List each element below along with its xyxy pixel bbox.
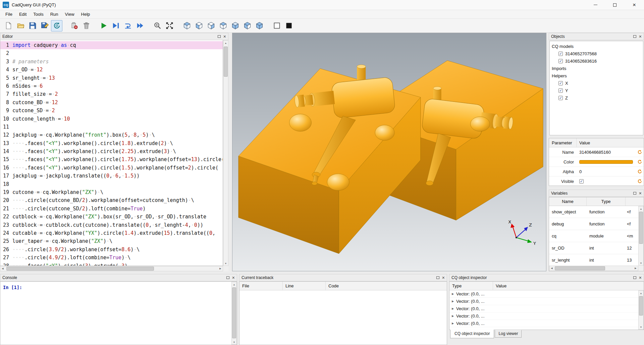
scrollbar-thumb[interactable] (639, 212, 643, 244)
checkbox[interactable]: ✓ (558, 81, 563, 85)
delete-button[interactable] (80, 20, 92, 31)
tab-log-viewer[interactable]: Log viewer (495, 330, 522, 338)
variable-row-sr-od[interactable]: sr_ODint12 (549, 242, 644, 254)
expand-icon[interactable]: ▶ (449, 315, 456, 318)
code-line-2[interactable]: 2 (0, 49, 223, 57)
scroll-up-icon[interactable]: ▲ (232, 282, 236, 287)
code-line-17[interactable]: 17jackplug·=·jackplug.translate((0,·6,·1… (0, 172, 223, 180)
scroll-left-icon[interactable]: ◀ (0, 266, 5, 271)
close-panel-icon[interactable]: × (232, 275, 235, 280)
wireframe-button[interactable] (271, 20, 282, 31)
view-top-button[interactable] (217, 20, 229, 31)
traceback-header-code[interactable]: Code (326, 282, 447, 290)
close-panel-icon[interactable]: × (442, 275, 445, 280)
code-line-5[interactable]: 5sr_lenght·=·13 (0, 74, 223, 82)
code-line-23[interactable]: 23cutblock·=·cutblock.cut(cutcone).trans… (0, 221, 223, 229)
close-panel-icon[interactable]: × (639, 275, 642, 280)
float-panel-icon[interactable] (633, 192, 636, 195)
code-line-11[interactable]: 11 (0, 123, 223, 131)
expand-icon[interactable]: ▶ (449, 300, 456, 303)
view-front-button[interactable] (193, 20, 205, 31)
inspector-header-value[interactable]: Value (493, 282, 644, 290)
code-line-27[interactable]: 27····.circle(4.9/2).loft(combine=True)·… (0, 254, 223, 262)
variables-header-type[interactable]: Type (587, 197, 626, 206)
variables-header-name[interactable]: Name (549, 197, 587, 206)
minimize-button[interactable] (586, 0, 605, 10)
close-panel-icon[interactable]: × (223, 34, 226, 39)
tree-item-imports[interactable]: Imports (550, 65, 643, 72)
variables-vertical-scrollbar[interactable]: ▲ ▼ (638, 206, 644, 266)
checkbox[interactable]: ✓ (558, 52, 563, 56)
expand-icon[interactable]: ▶ (449, 307, 456, 310)
expand-icon[interactable]: ▶ (449, 292, 456, 295)
code-line-22[interactable]: 22cutblock·=·cq.Workplane("ZX").box(sr_O… (0, 213, 223, 221)
variables-horizontal-scrollbar[interactable]: ◀ ▶ (549, 266, 638, 271)
clear-console-button[interactable] (68, 20, 80, 31)
scrollbar-thumb[interactable] (232, 287, 236, 338)
code-line-3[interactable]: 3# parameters (0, 58, 223, 66)
inspector-row[interactable]: ▶Vector: (0.0, ... (449, 320, 644, 327)
color-swatch[interactable] (579, 160, 633, 164)
code-editor[interactable]: 1import·cadquery·as·cq23# parameters4sr_… (0, 40, 223, 266)
tree-item-3140652707568[interactable]: ✓3140652707568 (550, 50, 643, 57)
menu-view[interactable]: View (62, 10, 78, 18)
menu-tools[interactable]: Tools (30, 10, 47, 18)
autoreload-button[interactable] (51, 20, 62, 31)
checkbox[interactable]: ✓ (558, 59, 563, 63)
close-panel-icon[interactable]: × (639, 191, 642, 196)
reset-param-button[interactable] (635, 179, 644, 184)
code-line-6[interactable]: 6nSides·=·6 (0, 82, 223, 90)
code-line-21[interactable]: 21····.circle(cutcone_SD/2).loft(combine… (0, 205, 223, 213)
code-line-15[interactable]: 15····.faces("<Y").workplane().circle(1.… (0, 155, 223, 163)
menu-edit[interactable]: Edit (16, 10, 30, 18)
scrollbar-thumb[interactable] (6, 267, 154, 271)
menu-file[interactable]: File (2, 10, 16, 18)
float-panel-icon[interactable] (633, 276, 636, 279)
scrollbar-thumb[interactable] (555, 266, 605, 270)
reset-param-button[interactable] (635, 150, 644, 154)
code-line-16[interactable]: 16····.faces("<Y").workplane().circle(1.… (0, 164, 223, 172)
view-back-button[interactable] (205, 20, 217, 31)
scroll-right-icon[interactable]: ▶ (218, 266, 223, 271)
scroll-up-icon[interactable]: ▲ (223, 41, 228, 45)
variable-row-cq[interactable]: cqmodule<m (549, 230, 644, 242)
variables-header-extra[interactable] (626, 197, 644, 206)
view-bottom-button[interactable] (229, 20, 241, 31)
editor-vertical-scrollbar[interactable]: ▲ ▼ (223, 40, 228, 266)
close-button[interactable]: × (625, 0, 644, 10)
editor-horizontal-scrollbar[interactable]: ◀ ▶ (0, 266, 223, 271)
reset-param-button[interactable] (635, 169, 644, 174)
close-panel-icon[interactable]: × (639, 34, 642, 39)
traceback-header-file[interactable]: File (239, 282, 283, 290)
float-panel-icon[interactable] (436, 276, 439, 279)
run-button[interactable] (98, 20, 109, 31)
code-line-10[interactable]: 10cutcone_length·=·10 (0, 115, 223, 123)
code-line-18[interactable]: 18 (0, 180, 223, 188)
float-panel-icon[interactable] (633, 35, 636, 38)
property-value[interactable] (577, 160, 635, 164)
variable-row-show-object[interactable]: show_objectfunction<f (549, 206, 644, 218)
code-line-1[interactable]: 1import·cadquery·as·cq (0, 41, 223, 49)
continue-button[interactable] (134, 20, 146, 31)
scrollbar-thumb[interactable] (639, 296, 643, 316)
properties-header-parameter[interactable]: Parameter (549, 138, 577, 147)
reset-param-button[interactable] (635, 160, 644, 164)
code-line-14[interactable]: 14····.faces("<Y").workplane().circle(2.… (0, 147, 223, 155)
scroll-down-icon[interactable]: ▼ (639, 261, 643, 265)
code-line-20[interactable]: 20····.circle(cutcone_BD/2).workplane(of… (0, 196, 223, 204)
menu-help[interactable]: Help (78, 10, 94, 18)
code-line-12[interactable]: 12jackplug·=·cq.Workplane("front").box(5… (0, 131, 223, 139)
zoom-fit-button[interactable] (152, 20, 163, 31)
checkbox[interactable]: ✓ (558, 96, 563, 100)
shaded-button[interactable] (283, 20, 294, 31)
console-vertical-scrollbar[interactable]: ▲ ▼ (231, 282, 237, 345)
code-line-25[interactable]: 25luer_taper·=·cq.Workplane("ZX")·\ (0, 237, 223, 245)
view-left-button[interactable] (241, 20, 253, 31)
inspector-row[interactable]: ▶Vector: (0.0, ... (449, 298, 644, 305)
inspector-row[interactable]: ▶Vector: (0.0, ... (449, 305, 644, 313)
scroll-down-icon[interactable]: ▼ (232, 340, 236, 344)
code-line-4[interactable]: 4sr_OD·=·12 (0, 66, 223, 74)
code-line-28[interactable]: 28····.faces("<Y").circle(3).extrude(-3) (0, 262, 223, 266)
scroll-left-icon[interactable]: ◀ (549, 266, 554, 271)
scroll-right-icon[interactable]: ▶ (633, 266, 638, 271)
